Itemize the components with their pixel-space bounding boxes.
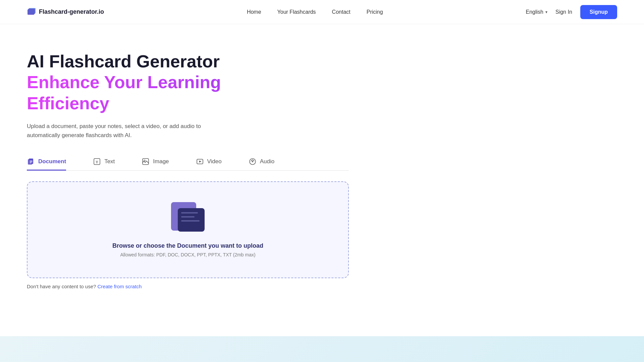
tab-document[interactable]: Document	[27, 154, 66, 171]
nav-actions: English ▾ Sign In Signup	[526, 5, 617, 19]
tab-image[interactable]: Image	[142, 154, 169, 171]
language-selector[interactable]: English ▾	[526, 9, 547, 15]
tab-audio-label: Audio	[260, 158, 274, 165]
svg-point-11	[144, 160, 145, 161]
nav-flashcards[interactable]: Your Flashcards	[277, 9, 316, 15]
nav-home[interactable]: Home	[247, 9, 261, 15]
upload-title: Browse or choose the Document you want t…	[112, 242, 263, 249]
language-label: English	[526, 9, 543, 15]
create-from-scratch-link[interactable]: Create from scratch	[98, 284, 142, 289]
tab-text-label: Text	[104, 158, 115, 165]
image-icon	[142, 158, 150, 166]
logo-text: Flashcard-generator.io	[39, 8, 104, 15]
navbar: Flashcard-generator.io Home Your Flashca…	[0, 0, 644, 24]
hero-title-line1: AI Flashcard Generator	[27, 51, 443, 72]
scratch-prompt: Don't have any content to use?	[27, 284, 96, 289]
tab-text[interactable]: T Text	[93, 154, 115, 171]
tab-document-label: Document	[38, 158, 66, 165]
doc-line-2	[181, 216, 195, 218]
hero-subtitle: Upload a document, paste your notes, sel…	[27, 122, 215, 140]
logo-icon	[27, 7, 36, 17]
tab-video[interactable]: Video	[196, 154, 222, 171]
logo-section: Flashcard-generator.io	[27, 7, 104, 17]
content-tabs: Document T Text Image	[27, 154, 349, 171]
doc-line-3	[181, 220, 200, 222]
hero-section: AI Flashcard Generator Enhance Your Lear…	[27, 51, 443, 140]
tab-video-label: Video	[207, 158, 222, 165]
nav-links: Home Your Flashcards Contact Pricing	[247, 9, 383, 15]
doc-front	[178, 208, 205, 232]
text-icon: T	[93, 158, 101, 166]
bottom-section: Featured	[0, 336, 644, 362]
video-icon	[196, 158, 204, 166]
upload-illustration	[168, 202, 208, 236]
signin-button[interactable]: Sign In	[555, 9, 572, 15]
document-icon	[27, 158, 35, 166]
tab-image-label: Image	[153, 158, 169, 165]
doc-line-1	[181, 212, 198, 214]
upload-area[interactable]: Browse or choose the Document you want t…	[27, 181, 349, 278]
hero-title-line2: Enhance Your Learning Efficiency	[27, 72, 443, 114]
chevron-down-icon: ▾	[545, 10, 547, 14]
tab-audio[interactable]: Audio	[249, 154, 274, 171]
nav-pricing[interactable]: Pricing	[367, 9, 383, 15]
scratch-section: Don't have any content to use? Create fr…	[27, 284, 443, 289]
audio-icon	[249, 158, 257, 166]
svg-rect-2	[28, 9, 35, 14]
nav-contact[interactable]: Contact	[332, 9, 351, 15]
svg-point-15	[252, 161, 253, 162]
main-content: AI Flashcard Generator Enhance Your Lear…	[0, 24, 470, 309]
svg-text:T: T	[96, 160, 98, 164]
signup-button[interactable]: Signup	[580, 5, 617, 19]
upload-subtitle: Allowed formats: PDF, DOC, DOCX, PPT, PP…	[120, 252, 255, 257]
